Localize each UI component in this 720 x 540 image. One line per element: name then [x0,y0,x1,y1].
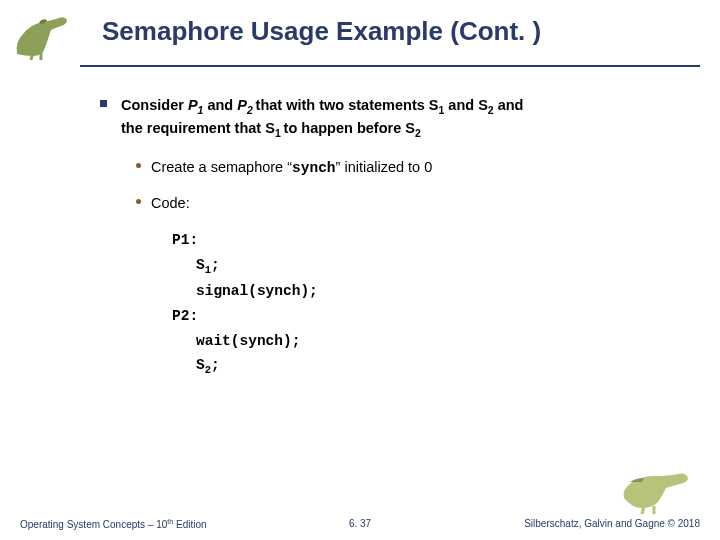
var-p1: P [188,97,198,113]
code-line: wait(synch); [196,329,670,354]
text: S [196,257,205,273]
svg-line-2 [642,506,644,514]
text: and [494,97,524,113]
sub-bullet-2-text: Code: [151,193,190,214]
slide-title: Semaphore Usage Example (Cont. ) [90,8,541,47]
slide: Semaphore Usage Example (Cont. ) Conside… [0,0,720,540]
code-line: signal(synch); [196,279,670,304]
text: Create a semaphore “ [151,159,292,175]
text: S [196,357,205,373]
sub-bullet-2: Code: [136,193,670,214]
var-p2: P [237,97,247,113]
dot-bullet-icon [136,199,141,204]
dinosaur-left-icon [0,8,90,63]
footer-right: Silberschatz, Galvin and Gagne © 2018 [524,518,700,529]
main-bullet-text: Consider P1 and P2 that with two stateme… [121,95,523,141]
text: ” initialized to 0 [336,159,433,175]
text: Edition [173,519,206,530]
text: Consider [121,97,188,113]
text: and S [444,97,488,113]
svg-line-0 [31,52,33,60]
code-block: P1: S1; signal(synch); P2: wait(synch); … [172,228,670,380]
text: to happen before S [284,120,415,136]
footer: Operating System Concepts – 10th Edition… [0,517,720,530]
text: ; [211,357,220,373]
footer-left: Operating System Concepts – 10th Edition [20,517,207,530]
code-line: P2: [172,304,670,329]
footer-page-number: 6. 37 [349,518,371,529]
text: and [203,97,237,113]
text: Operating System Concepts – 10 [20,519,167,530]
sub-bullet-1: Create a semaphore “synch” initialized t… [136,157,670,179]
code-line: S1; [196,253,670,280]
content-area: Consider P1 and P2 that with two stateme… [0,67,720,380]
sub-bullet-1-text: Create a semaphore “synch” initialized t… [151,157,432,179]
code-line: S2; [196,353,670,380]
code-inline: synch [292,160,336,176]
header-row: Semaphore Usage Example (Cont. ) [0,0,720,63]
code-line: P1: [172,228,670,253]
text: ; [211,257,220,273]
text: the requirement that S [121,120,275,136]
main-bullet: Consider P1 and P2 that with two stateme… [100,95,670,141]
dinosaur-right-icon [618,468,696,518]
square-bullet-icon [100,100,107,107]
text: that with two statements S [256,97,439,113]
dot-bullet-icon [136,163,141,168]
